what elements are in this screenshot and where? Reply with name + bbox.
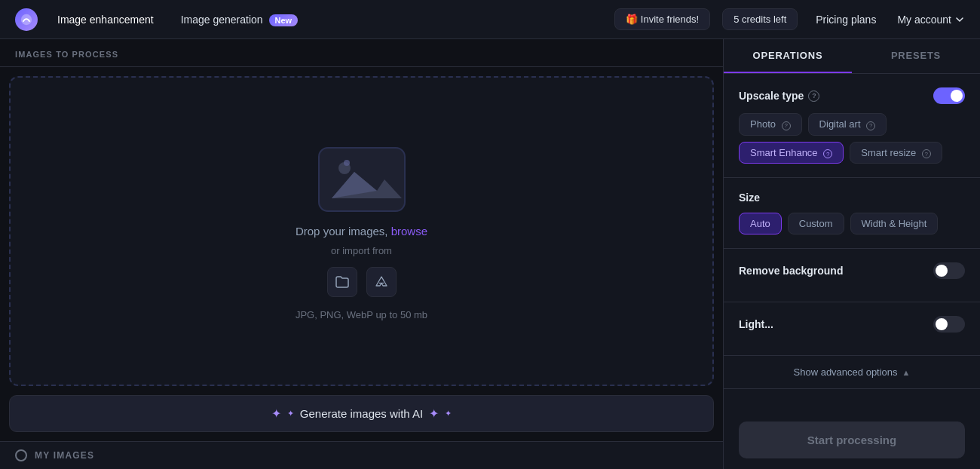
drop-area[interactable]: Drop your images, browse or import from bbox=[9, 76, 714, 386]
my-images-bar[interactable]: MY IMAGES bbox=[0, 441, 723, 469]
format-text: JPG, PNG, WebP up to 50 mb bbox=[296, 309, 427, 320]
credits-button[interactable]: 5 credits left bbox=[722, 8, 798, 30]
chip-photo[interactable]: Photo ? bbox=[739, 113, 802, 136]
logo-icon bbox=[15, 8, 38, 31]
account-label: My account bbox=[897, 14, 951, 26]
svg-point-5 bbox=[344, 160, 350, 166]
upscale-chip-group: Photo ? Digital art ? Smart Enhance ? Sm… bbox=[739, 113, 965, 164]
start-processing-button[interactable]: Start processing bbox=[739, 421, 965, 458]
size-section: Size Auto Custom Width & Height bbox=[724, 178, 980, 249]
upscale-section: Upscale type ? Photo ? Digital art ? bbox=[724, 74, 980, 178]
chip-smart-resize[interactable]: Smart resize ? bbox=[850, 142, 942, 164]
invite-button[interactable]: 🎁 Invite friends! bbox=[614, 8, 710, 30]
nav-tab-generation[interactable]: Image generation New bbox=[170, 9, 308, 30]
chevron-up-icon: ▲ bbox=[902, 368, 911, 377]
generate-label: Generate images with AI bbox=[300, 407, 423, 420]
chip-custom[interactable]: Custom bbox=[788, 213, 844, 234]
tab-operations[interactable]: OPERATIONS bbox=[724, 39, 852, 73]
sparkle-right-icon: ✦ bbox=[429, 406, 439, 421]
remove-bg-toggle[interactable] bbox=[933, 262, 965, 279]
sparkle-right2-icon: ✦ bbox=[445, 409, 452, 418]
upscale-label: Upscale type ? bbox=[739, 90, 819, 102]
light-label: Light... bbox=[739, 318, 773, 330]
browse-link[interactable]: browse bbox=[391, 225, 427, 238]
sparkle-left2-icon: ✦ bbox=[287, 409, 294, 418]
left-panel: IMAGES TO PROCESS Drop your images, brow… bbox=[0, 39, 724, 469]
my-images-label: MY IMAGES bbox=[35, 450, 94, 461]
new-badge: New bbox=[269, 14, 299, 26]
account-button[interactable]: My account bbox=[897, 14, 965, 26]
remove-background-section: Remove background bbox=[724, 249, 980, 302]
advanced-options-row[interactable]: Show advanced options ▲ bbox=[724, 356, 980, 389]
my-images-dot bbox=[15, 449, 27, 461]
import-text: or import from bbox=[331, 245, 392, 256]
chevron-down-icon bbox=[954, 14, 965, 25]
advanced-options-label: Show advanced options bbox=[794, 366, 898, 378]
chip-auto[interactable]: Auto bbox=[739, 213, 782, 234]
panel-tabs: OPERATIONS PRESETS bbox=[724, 39, 980, 74]
folder-import-button[interactable] bbox=[327, 267, 357, 297]
drop-text: Drop your images, browse bbox=[296, 225, 427, 238]
chip-digital-art[interactable]: Digital art ? bbox=[808, 113, 887, 136]
light-row: Light... bbox=[739, 316, 965, 333]
nav-tab-enhancement[interactable]: Image enhancement bbox=[47, 9, 164, 30]
light-section: Light... bbox=[724, 302, 980, 356]
drop-area-icon bbox=[313, 142, 411, 217]
chip-width-height[interactable]: Width & Height bbox=[850, 213, 939, 234]
size-label: Size bbox=[739, 192, 965, 204]
remove-bg-label: Remove background bbox=[739, 265, 843, 277]
generate-button[interactable]: ✦ ✦ Generate images with AI ✦ ✦ bbox=[9, 395, 714, 432]
images-to-process-label: IMAGES TO PROCESS bbox=[0, 39, 723, 67]
pricing-link[interactable]: Pricing plans bbox=[816, 14, 876, 26]
import-icons bbox=[327, 267, 397, 297]
sparkle-left-icon: ✦ bbox=[271, 406, 281, 421]
main-layout: IMAGES TO PROCESS Drop your images, brow… bbox=[0, 39, 980, 469]
light-toggle[interactable] bbox=[933, 316, 965, 333]
options-body: Upscale type ? Photo ? Digital art ? bbox=[724, 74, 980, 411]
chip-smart-enhance[interactable]: Smart Enhance ? bbox=[739, 142, 844, 164]
right-panel: OPERATIONS PRESETS Upscale type ? Photo … bbox=[724, 39, 980, 469]
drive-import-button[interactable] bbox=[366, 267, 397, 297]
tab-presets[interactable]: PRESETS bbox=[852, 39, 980, 73]
remove-bg-row: Remove background bbox=[739, 262, 965, 279]
nav-tab-generation-label: Image generation bbox=[181, 14, 263, 26]
size-chip-group: Auto Custom Width & Height bbox=[739, 213, 965, 234]
topnav: Image enhancement Image generation New 🎁… bbox=[0, 0, 980, 39]
upscale-toggle[interactable] bbox=[933, 87, 965, 104]
upscale-info-icon[interactable]: ? bbox=[808, 90, 819, 102]
upscale-row: Upscale type ? bbox=[739, 87, 965, 104]
